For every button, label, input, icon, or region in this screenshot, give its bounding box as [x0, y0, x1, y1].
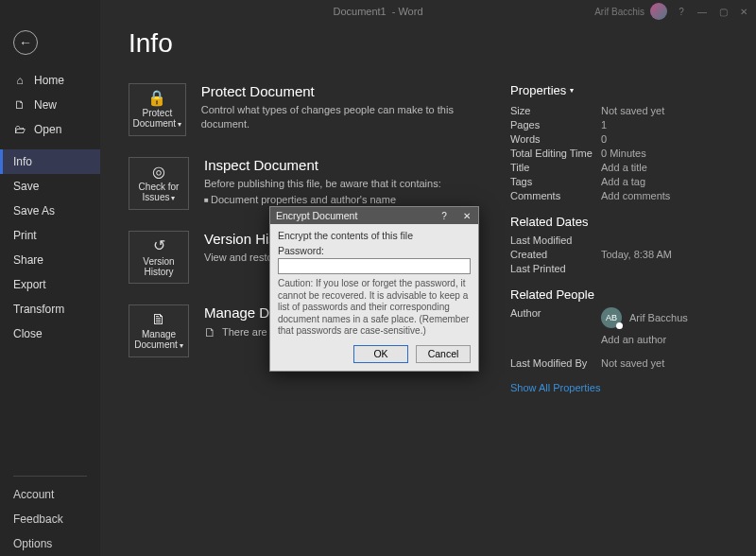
history-icon: ↺: [153, 237, 165, 254]
prop-label: Tags: [510, 176, 601, 187]
prop-value[interactable]: Add comments: [601, 190, 728, 201]
prop-value: Today, 8:38 AM: [601, 249, 728, 260]
password-input[interactable]: [278, 258, 471, 274]
sidebar-item-save[interactable]: Save: [0, 174, 100, 199]
protect-document-tile[interactable]: 🔒 Protect Document▾: [129, 83, 186, 136]
sidebar-item-label: Share: [13, 253, 43, 267]
sidebar-item-open[interactable]: 🗁Open: [0, 117, 100, 142]
inspect-icon: ◎: [152, 164, 165, 181]
sidebar-item-export[interactable]: Export: [0, 272, 100, 297]
prop-value: [601, 235, 728, 246]
sidebar-item-print[interactable]: Print: [0, 223, 100, 248]
back-button[interactable]: ←: [13, 30, 38, 55]
section-inspect: ◎ Check for Issues▾ Inspect Document Bef…: [129, 157, 488, 210]
document-icon: 🗎: [151, 311, 166, 328]
prop-value: 0 Minutes: [601, 148, 728, 159]
sidebar-item-label: Account: [13, 488, 54, 501]
chevron-down-icon: ▾: [180, 341, 183, 350]
sidebar-item-label: Print: [13, 229, 37, 242]
properties-header[interactable]: Properties▾: [510, 83, 728, 97]
tile-label: Protect Document: [133, 108, 177, 129]
sidebar-item-label: Close: [13, 327, 43, 340]
encrypt-dialog: Encrypt Document ? ✕ Encrypt the content…: [269, 206, 479, 372]
version-history-tile[interactable]: ↺ Version History: [129, 231, 189, 284]
doc-small-icon: 🗋: [204, 325, 216, 339]
sidebar-account[interactable]: Account: [0, 482, 100, 507]
section-desc: Before publishing this file, be aware th…: [204, 177, 441, 191]
sidebar-item-close[interactable]: Close: [0, 321, 100, 346]
properties-grid: SizeNot saved yet Pages1 Words0 Total Ed…: [510, 105, 728, 201]
prop-label: Words: [510, 133, 601, 145]
dialog-help-icon[interactable]: ?: [433, 207, 455, 224]
prop-value: Not saved yet: [601, 105, 728, 116]
check-issues-tile[interactable]: ◎ Check for Issues▾: [129, 157, 189, 210]
info-right: Properties▾ SizeNot saved yet Pages1 Wor…: [510, 83, 728, 393]
sidebar-feedback[interactable]: Feedback: [0, 507, 100, 531]
chevron-down-icon: ▾: [178, 120, 181, 129]
prop-label: Last Printed: [510, 263, 601, 274]
section-desc: Control what types of changes people can…: [201, 103, 488, 132]
prop-label: Total Editing Time: [510, 148, 601, 159]
modified-value: Not saved yet: [601, 357, 728, 369]
dialog-title-text: Encrypt Document: [276, 210, 357, 221]
prop-label: Last Modified: [510, 235, 601, 246]
modified-label: Last Modified By: [510, 357, 601, 369]
sidebar-item-label: Home: [34, 74, 64, 87]
prop-label: Created: [510, 249, 601, 260]
dialog-titlebar: Encrypt Document ? ✕: [270, 207, 478, 224]
sidebar-item-label: Export: [13, 278, 46, 291]
sidebar-item-label: Save: [13, 180, 39, 193]
dialog-close-icon[interactable]: ✕: [455, 207, 478, 224]
chevron-down-icon: ▾: [570, 86, 574, 95]
related-dates-header: Related Dates: [510, 215, 728, 229]
divider: [13, 476, 87, 477]
dialog-caution: Caution: If you lose or forget the passw…: [278, 278, 471, 338]
tile-label: Manage Document: [134, 329, 178, 350]
open-icon: 🗁: [13, 123, 26, 136]
sidebar-item-label: Save As: [13, 204, 55, 217]
sidebar-item-share[interactable]: Share: [0, 248, 100, 272]
sidebar-item-transform[interactable]: Transform: [0, 297, 100, 321]
dates-grid: Last Modified CreatedToday, 8:38 AM Last…: [510, 235, 728, 274]
dialog-body: Encrypt the contents of this file Passwo…: [270, 224, 478, 371]
lock-icon: 🔒: [147, 90, 166, 107]
prop-value[interactable]: Add a title: [601, 162, 728, 173]
password-label: Password:: [278, 245, 471, 256]
section-protect: 🔒 Protect Document▾ Protect Document Con…: [129, 83, 488, 136]
sidebar-item-label: New: [34, 98, 57, 112]
prop-value: 1: [601, 119, 728, 130]
sidebar-item-label: Options: [13, 537, 52, 550]
sidebar-item-label: Info: [13, 155, 32, 168]
author-row[interactable]: AB Arif Bacchus: [601, 307, 728, 328]
sidebar-item-info[interactable]: Info: [0, 149, 100, 174]
cancel-button[interactable]: Cancel: [416, 345, 471, 363]
chevron-down-icon: ▾: [171, 194, 175, 202]
prop-value[interactable]: Add a tag: [601, 176, 728, 187]
related-people-header: Related People: [510, 287, 728, 302]
prop-label: Title: [510, 162, 601, 173]
prop-value: [601, 263, 728, 274]
sidebar: ← ⌂Home 🗋New 🗁Open Info Save Save As Pri…: [0, 0, 100, 556]
section-title: Inspect Document: [204, 157, 441, 173]
prop-value: 0: [601, 133, 728, 145]
section-title: Protect Document: [201, 83, 488, 99]
author-name: Arif Bacchus: [629, 312, 688, 323]
sidebar-item-saveas[interactable]: Save As: [0, 199, 100, 223]
manage-document-tile[interactable]: 🗎 Manage Document▾: [129, 304, 189, 357]
new-icon: 🗋: [13, 98, 26, 112]
add-author[interactable]: Add an author: [601, 334, 728, 345]
prop-label: Comments: [510, 190, 601, 201]
prop-label: Pages: [510, 119, 601, 130]
avatar-icon: AB: [601, 307, 622, 328]
page-title: Info: [129, 28, 728, 59]
sidebar-options[interactable]: Options: [0, 531, 100, 556]
people-grid: Author AB Arif Bacchus Add an author Las…: [510, 307, 728, 369]
ok-button[interactable]: OK: [353, 345, 408, 363]
sidebar-item-label: Open: [34, 123, 61, 136]
sidebar-item-home[interactable]: ⌂Home: [0, 68, 100, 93]
dialog-instruction: Encrypt the contents of this file: [278, 230, 471, 241]
sidebar-item-label: Feedback: [13, 513, 63, 526]
sidebar-item-new[interactable]: 🗋New: [0, 93, 100, 117]
show-all-properties-link[interactable]: Show All Properties: [510, 382, 728, 393]
home-icon: ⌂: [13, 74, 26, 87]
